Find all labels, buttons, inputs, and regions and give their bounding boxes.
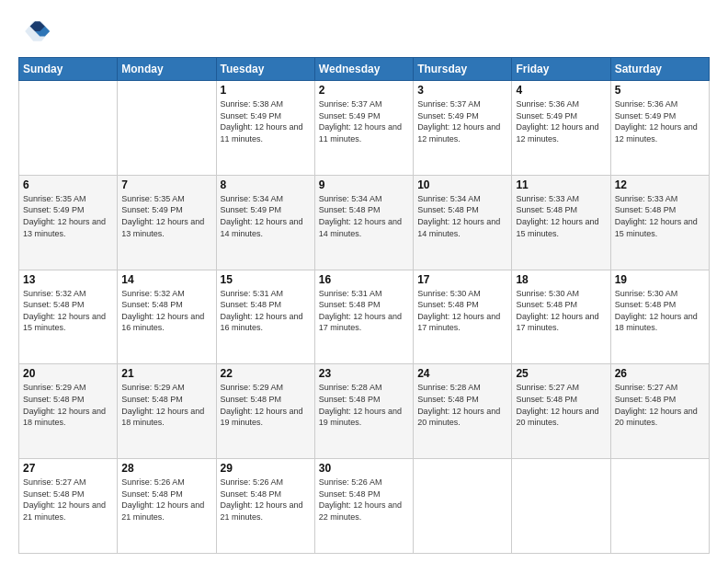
day-number: 10	[417, 178, 507, 191]
calendar-cell: 18Sunrise: 5:30 AM Sunset: 5:48 PM Dayli…	[512, 270, 610, 364]
day-number: 15	[221, 273, 311, 286]
calendar-cell	[414, 459, 512, 554]
logo-icon	[18, 15, 51, 48]
header	[18, 15, 710, 48]
day-info: Sunrise: 5:34 AM Sunset: 5:48 PM Dayligh…	[417, 193, 507, 239]
day-info: Sunrise: 5:26 AM Sunset: 5:48 PM Dayligh…	[319, 477, 409, 523]
day-number: 24	[417, 367, 507, 380]
calendar-cell: 4Sunrise: 5:36 AM Sunset: 5:49 PM Daylig…	[512, 81, 610, 176]
col-header-friday: Friday	[512, 58, 610, 81]
day-info: Sunrise: 5:30 AM Sunset: 5:48 PM Dayligh…	[615, 288, 705, 334]
day-number: 19	[615, 273, 705, 286]
day-info: Sunrise: 5:33 AM Sunset: 5:48 PM Dayligh…	[615, 193, 705, 239]
day-info: Sunrise: 5:36 AM Sunset: 5:49 PM Dayligh…	[516, 98, 606, 144]
day-info: Sunrise: 5:31 AM Sunset: 5:48 PM Dayligh…	[221, 288, 311, 334]
calendar-week-2: 13Sunrise: 5:32 AM Sunset: 5:48 PM Dayli…	[19, 270, 710, 364]
calendar-cell: 9Sunrise: 5:34 AM Sunset: 5:48 PM Daylig…	[314, 175, 413, 270]
day-number: 28	[121, 462, 211, 475]
calendar-week-1: 6Sunrise: 5:35 AM Sunset: 5:49 PM Daylig…	[19, 175, 710, 270]
day-number: 27	[23, 462, 113, 475]
day-number: 11	[516, 178, 606, 191]
calendar-cell	[512, 459, 610, 554]
col-header-thursday: Thursday	[414, 58, 512, 81]
calendar-cell: 5Sunrise: 5:36 AM Sunset: 5:49 PM Daylig…	[610, 81, 709, 176]
col-header-sunday: Sunday	[19, 58, 118, 81]
day-info: Sunrise: 5:34 AM Sunset: 5:49 PM Dayligh…	[221, 193, 311, 239]
day-number: 26	[615, 367, 705, 380]
day-info: Sunrise: 5:28 AM Sunset: 5:48 PM Dayligh…	[417, 382, 507, 428]
calendar-cell: 15Sunrise: 5:31 AM Sunset: 5:48 PM Dayli…	[216, 270, 314, 364]
day-number: 21	[121, 367, 211, 380]
day-number: 6	[23, 178, 113, 191]
day-number: 18	[516, 273, 606, 286]
calendar-cell	[118, 81, 216, 176]
logo	[18, 15, 55, 48]
day-info: Sunrise: 5:35 AM Sunset: 5:49 PM Dayligh…	[23, 193, 113, 239]
day-number: 25	[516, 367, 606, 380]
day-number: 14	[121, 273, 211, 286]
calendar-cell: 3Sunrise: 5:37 AM Sunset: 5:49 PM Daylig…	[414, 81, 512, 176]
day-info: Sunrise: 5:29 AM Sunset: 5:48 PM Dayligh…	[221, 382, 311, 428]
calendar-cell: 13Sunrise: 5:32 AM Sunset: 5:48 PM Dayli…	[19, 270, 118, 364]
day-info: Sunrise: 5:36 AM Sunset: 5:49 PM Dayligh…	[615, 98, 705, 144]
calendar-cell: 30Sunrise: 5:26 AM Sunset: 5:48 PM Dayli…	[314, 459, 413, 554]
day-number: 1	[221, 84, 311, 97]
day-info: Sunrise: 5:35 AM Sunset: 5:49 PM Dayligh…	[121, 193, 211, 239]
calendar-cell: 10Sunrise: 5:34 AM Sunset: 5:48 PM Dayli…	[414, 175, 512, 270]
day-info: Sunrise: 5:26 AM Sunset: 5:48 PM Dayligh…	[221, 477, 311, 523]
day-number: 13	[23, 273, 113, 286]
day-info: Sunrise: 5:33 AM Sunset: 5:48 PM Dayligh…	[516, 193, 606, 239]
calendar-cell: 23Sunrise: 5:28 AM Sunset: 5:48 PM Dayli…	[314, 364, 413, 459]
day-number: 16	[319, 273, 409, 286]
calendar-cell	[19, 81, 118, 176]
day-number: 4	[516, 84, 606, 97]
calendar-header-row: SundayMondayTuesdayWednesdayThursdayFrid…	[19, 58, 710, 81]
day-number: 5	[615, 84, 705, 97]
calendar-cell: 7Sunrise: 5:35 AM Sunset: 5:49 PM Daylig…	[118, 175, 216, 270]
calendar-cell: 25Sunrise: 5:27 AM Sunset: 5:48 PM Dayli…	[512, 364, 610, 459]
calendar-cell: 14Sunrise: 5:32 AM Sunset: 5:48 PM Dayli…	[118, 270, 216, 364]
calendar-cell	[610, 459, 709, 554]
day-info: Sunrise: 5:28 AM Sunset: 5:48 PM Dayligh…	[319, 382, 409, 428]
day-number: 2	[319, 84, 409, 97]
day-info: Sunrise: 5:37 AM Sunset: 5:49 PM Dayligh…	[319, 98, 409, 144]
day-number: 3	[417, 84, 507, 97]
calendar-cell: 12Sunrise: 5:33 AM Sunset: 5:48 PM Dayli…	[610, 175, 709, 270]
calendar-cell: 26Sunrise: 5:27 AM Sunset: 5:48 PM Dayli…	[610, 364, 709, 459]
calendar-cell: 28Sunrise: 5:26 AM Sunset: 5:48 PM Dayli…	[118, 459, 216, 554]
calendar-cell: 19Sunrise: 5:30 AM Sunset: 5:48 PM Dayli…	[610, 270, 709, 364]
calendar-table: SundayMondayTuesdayWednesdayThursdayFrid…	[18, 57, 710, 554]
calendar-cell: 11Sunrise: 5:33 AM Sunset: 5:48 PM Dayli…	[512, 175, 610, 270]
day-number: 12	[615, 178, 705, 191]
col-header-monday: Monday	[118, 58, 216, 81]
calendar-cell: 17Sunrise: 5:30 AM Sunset: 5:48 PM Dayli…	[414, 270, 512, 364]
calendar-cell: 6Sunrise: 5:35 AM Sunset: 5:49 PM Daylig…	[19, 175, 118, 270]
calendar-cell: 1Sunrise: 5:38 AM Sunset: 5:49 PM Daylig…	[216, 81, 314, 176]
calendar-cell: 22Sunrise: 5:29 AM Sunset: 5:48 PM Dayli…	[216, 364, 314, 459]
col-header-saturday: Saturday	[610, 58, 709, 81]
calendar-cell: 27Sunrise: 5:27 AM Sunset: 5:48 PM Dayli…	[19, 459, 118, 554]
day-number: 23	[319, 367, 409, 380]
day-info: Sunrise: 5:27 AM Sunset: 5:48 PM Dayligh…	[615, 382, 705, 428]
page: SundayMondayTuesdayWednesdayThursdayFrid…	[0, 0, 728, 563]
day-info: Sunrise: 5:27 AM Sunset: 5:48 PM Dayligh…	[23, 477, 113, 523]
calendar-week-4: 27Sunrise: 5:27 AM Sunset: 5:48 PM Dayli…	[19, 459, 710, 554]
day-info: Sunrise: 5:37 AM Sunset: 5:49 PM Dayligh…	[417, 98, 507, 144]
day-info: Sunrise: 5:29 AM Sunset: 5:48 PM Dayligh…	[23, 382, 113, 428]
day-number: 29	[221, 462, 311, 475]
day-info: Sunrise: 5:27 AM Sunset: 5:48 PM Dayligh…	[516, 382, 606, 428]
calendar-cell: 8Sunrise: 5:34 AM Sunset: 5:49 PM Daylig…	[216, 175, 314, 270]
calendar-cell: 29Sunrise: 5:26 AM Sunset: 5:48 PM Dayli…	[216, 459, 314, 554]
col-header-tuesday: Tuesday	[216, 58, 314, 81]
calendar-cell: 20Sunrise: 5:29 AM Sunset: 5:48 PM Dayli…	[19, 364, 118, 459]
day-info: Sunrise: 5:26 AM Sunset: 5:48 PM Dayligh…	[121, 477, 211, 523]
day-number: 20	[23, 367, 113, 380]
calendar-cell: 16Sunrise: 5:31 AM Sunset: 5:48 PM Dayli…	[314, 270, 413, 364]
day-number: 30	[319, 462, 409, 475]
day-number: 7	[121, 178, 211, 191]
calendar-cell: 2Sunrise: 5:37 AM Sunset: 5:49 PM Daylig…	[314, 81, 413, 176]
col-header-wednesday: Wednesday	[314, 58, 413, 81]
calendar-cell: 21Sunrise: 5:29 AM Sunset: 5:48 PM Dayli…	[118, 364, 216, 459]
calendar-week-3: 20Sunrise: 5:29 AM Sunset: 5:48 PM Dayli…	[19, 364, 710, 459]
day-info: Sunrise: 5:32 AM Sunset: 5:48 PM Dayligh…	[121, 288, 211, 334]
